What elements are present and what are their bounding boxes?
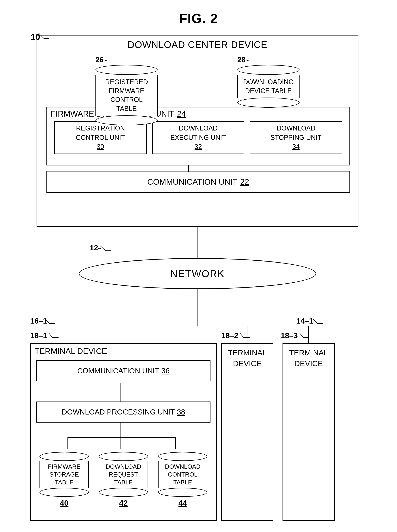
connector-to-terminal-1 [120,326,120,344]
download-processing-text: DOWNLOAD PROCESSING UNIT [62,408,175,416]
download-stopping-unit-box: DOWNLOAD STOPPING UNIT 34 [250,121,342,154]
download-control-cyl-top [158,452,207,461]
ref-label-38: 38 [177,408,185,416]
download-control-cyl-wrapper: DOWNLOAD CONTROL TABLE 44 [158,452,207,507]
communication-unit-36-box: COMMUNICATION UNIT 36 [36,360,211,381]
download-request-cyl-wrapper: DOWNLOAD REQUEST TABLE 42 [99,452,148,507]
network-container: NETWORK [79,258,316,289]
ref-label-18-1: 18–1 [30,331,47,340]
svg-rect-0 [188,165,189,172]
ref-label-14-1: 14–1 [296,317,313,325]
download-stopping-text: DOWNLOAD STOPPING UNIT [270,124,322,142]
download-request-text: DOWNLOAD REQUEST TABLE [106,463,141,486]
communication-unit-22-box: COMMUNICATION UNIT 22 [46,171,350,193]
conn-36-38 [120,383,121,401]
ref12-tick [100,245,111,253]
ref-label-36: 36 [161,367,170,375]
hconn-bottom [68,437,175,438]
download-request-cyl-top [99,452,148,461]
conn-38-horiz [120,423,121,437]
communication-unit-22-text: COMMUNICATION UNIT [147,177,237,186]
registration-control-unit-box: REGISTRATION CONTROL UNIT 30 [54,121,147,154]
firmware-storage-text: FIRMWARE STORAGE TABLE [48,463,81,486]
download-control-cyl-bottom [158,488,207,497]
network-text: NETWORK [170,268,225,279]
ref14-tick [313,318,323,327]
connector-to-terminal-3 [308,326,309,344]
ref18-1-tick [49,333,59,340]
ref18-2-tick [240,333,250,340]
connector-center-to-network [197,227,198,260]
ref-label-34: 34 [292,142,300,151]
firmware-distributing-label: FIRMWARE DISTRIBUTING UNIT 24 [47,108,349,119]
communication-unit-36-text: COMMUNICATION UNIT [77,367,159,375]
terminal-device-2-label: TERMINAL DEVICE [228,348,267,369]
download-control-cyl-body: DOWNLOAD CONTROL TABLE [158,461,207,488]
conn-to-dl-request [120,437,121,449]
cylinder-26-wrapper: 26~ REGISTERED FIRMWARE CONTROL TABLE [95,56,158,125]
terminal-device-2-box: TERMINAL DEVICE [221,343,273,521]
ref-label-18-3: 18–3 [281,331,298,340]
network-ellipse: NETWORK [79,258,316,289]
registration-control-text: REGISTRATION CONTROL UNIT [76,124,125,142]
downloading-device-text: DOWNLOADING DEVICE TABLE [243,78,294,95]
ref-label-28: 28~ [237,56,249,64]
conn-to-firmware [68,437,68,449]
ref-label-24: 24 [177,109,186,118]
firmware-distributing-box: FIRMWARE DISTRIBUTING UNIT 24 REGISTRATI… [46,107,350,165]
ref18-3-tick [299,333,310,340]
conn-to-dl-control [175,437,176,449]
download-control-text: DOWNLOAD CONTROL TABLE [165,463,200,486]
ref-label-30: 30 [97,142,104,151]
connector-network-down [197,289,198,326]
ref-label-40: 40 [60,499,68,507]
firmware-storage-cyl-bottom [39,488,89,497]
terminal-device-3-box: TERMINAL DEVICE [283,343,335,521]
ref-label-18-2: 18–2 [221,331,238,340]
firmware-storage-cyl-wrapper: FIRMWARE STORAGE TABLE 40 [39,452,89,507]
ref-label-32: 32 [195,142,202,151]
ref-label-26: 26~ [95,56,107,64]
download-executing-text: DOWNLOAD EXECUTING UNIT [170,124,226,142]
ref-label-42: 42 [119,499,128,507]
download-executing-unit-box: DOWNLOAD EXECUTING UNIT 32 [152,121,244,154]
ref16-tick [45,318,55,327]
firmware-storage-cyl-top [39,452,89,461]
inner-connector-1 [188,165,189,172]
download-request-cyl-bottom [99,488,148,497]
firmware-storage-cyl-body: FIRMWARE STORAGE TABLE [39,461,89,488]
cylinder-28: DOWNLOADING DEVICE TABLE [237,65,299,108]
download-processing-box: DOWNLOAD PROCESSING UNIT 38 [36,401,211,423]
page: FIG. 2 10 DOWNLOAD CENTER DEVICE 26~ REG… [0,0,397,532]
terminal-device-1-label: TERMINAL DEVICE [31,344,216,359]
ref-label-22: 22 [240,177,249,186]
ref-label-44: 44 [179,499,187,507]
hline-14-1 [221,326,373,326]
download-request-cyl-body: DOWNLOAD REQUEST TABLE [99,461,148,488]
figure-title: FIG. 2 [0,0,397,32]
registered-firmware-text: REGISTERED FIRMWARE CONTROL TABLE [105,78,148,112]
connector-to-terminal-2 [247,326,248,344]
download-center-box: DOWNLOAD CENTER DEVICE 26~ REGISTERED FI… [37,35,358,227]
terminal-device-3-label: TERMINAL DEVICE [289,348,328,369]
terminal-device-1-box: TERMINAL DEVICE COMMUNICATION UNIT 36 DO… [30,343,217,521]
hline-16-1 [30,326,213,326]
download-center-label: DOWNLOAD CENTER DEVICE [37,36,358,56]
